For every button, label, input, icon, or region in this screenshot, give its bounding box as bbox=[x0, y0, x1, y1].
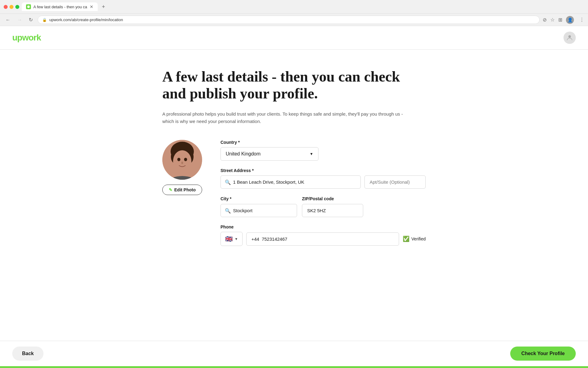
site-header: upwork bbox=[0, 26, 588, 50]
bookmark-icon[interactable]: ☆ bbox=[550, 17, 555, 23]
minimize-dot[interactable] bbox=[9, 5, 13, 9]
city-input-wrap: 🔍 bbox=[221, 204, 297, 217]
country-dropdown[interactable]: United Kingdom ▼ bbox=[221, 147, 318, 161]
lock-icon: 🔒 bbox=[42, 18, 47, 22]
photo-section: ✎ Edit Photo bbox=[162, 140, 202, 195]
edit-photo-button[interactable]: ✎ Edit Photo bbox=[162, 185, 202, 195]
uk-flag-icon: 🇬🇧 bbox=[225, 235, 233, 243]
svg-point-7 bbox=[177, 158, 180, 161]
footer-nav: Back Check Your Profile bbox=[0, 341, 588, 366]
svg-point-8 bbox=[184, 158, 187, 161]
profile-photo bbox=[162, 140, 202, 180]
main-content: A few last details - then you can checka… bbox=[156, 50, 432, 283]
city-zip-labels: City * ZIP/Postal code bbox=[221, 196, 426, 201]
tab-title: A few last details - then you ca bbox=[33, 5, 87, 9]
city-required: * bbox=[230, 196, 231, 201]
incognito-avatar: 👤 bbox=[566, 16, 574, 24]
page-title: A few last details - then you can checka… bbox=[162, 68, 426, 102]
progress-bar bbox=[0, 366, 588, 368]
city-zip-row: 🔍 bbox=[221, 204, 426, 217]
phone-row: 🇬🇧 ▼ ✅ Verified bbox=[221, 232, 426, 246]
country-required: * bbox=[238, 140, 240, 145]
phone-label: Phone bbox=[221, 224, 426, 229]
back-button[interactable]: Back bbox=[12, 347, 43, 361]
edit-icon: ✎ bbox=[169, 187, 172, 192]
tab-close-button[interactable]: ✕ bbox=[90, 4, 93, 9]
browser-chrome: A few last details - then you ca ✕ + ← →… bbox=[0, 0, 588, 26]
cast-icon[interactable]: ⊘ bbox=[543, 17, 547, 23]
country-field-group: Country * United Kingdom ▼ bbox=[221, 140, 426, 161]
svg-point-6 bbox=[173, 150, 191, 172]
street-address-field-group: Street Address * 🔍 bbox=[221, 168, 426, 189]
address-bar[interactable]: 🔒 upwork.com/ab/create-profile/min/locat… bbox=[38, 16, 540, 24]
address-row: 🔍 bbox=[221, 175, 426, 189]
svg-point-9 bbox=[181, 162, 183, 164]
zip-label: ZIP/Postal code bbox=[302, 196, 334, 201]
url-text: upwork.com/ab/create-profile/min/locatio… bbox=[49, 17, 535, 22]
avatar-container bbox=[162, 140, 202, 180]
back-nav-button[interactable]: ← bbox=[4, 16, 12, 24]
phone-chevron-icon: ▼ bbox=[235, 237, 238, 241]
edit-photo-label: Edit Photo bbox=[174, 187, 196, 192]
svg-point-0 bbox=[27, 6, 30, 8]
window-controls bbox=[4, 5, 19, 9]
city-label: City * bbox=[221, 196, 232, 201]
street-input-wrap: 🔍 bbox=[221, 175, 361, 189]
page-subtitle: A professional photo helps you build tru… bbox=[162, 110, 413, 125]
tab-favicon bbox=[26, 4, 31, 9]
street-search-icon: 🔍 bbox=[225, 179, 231, 185]
zip-input[interactable] bbox=[302, 204, 363, 217]
apt-input[interactable] bbox=[364, 175, 426, 189]
toolbar-icons: ⊘ ☆ ⊞ 👤 ⋮ bbox=[543, 16, 584, 24]
city-search-icon: 🔍 bbox=[225, 208, 231, 213]
country-label: Country * bbox=[221, 140, 426, 145]
zip-input-wrap bbox=[302, 204, 363, 217]
phone-country-selector[interactable]: 🇬🇧 ▼ bbox=[221, 232, 243, 246]
form-section: ✎ Edit Photo Country * United Kingdom ▼ bbox=[162, 140, 426, 246]
verified-label: Verified bbox=[411, 236, 426, 241]
country-value: United Kingdom bbox=[226, 151, 261, 157]
user-avatar-header[interactable] bbox=[564, 32, 576, 44]
check-profile-button[interactable]: Check Your Profile bbox=[510, 347, 576, 361]
verified-check-icon: ✅ bbox=[403, 236, 409, 242]
phone-input[interactable] bbox=[246, 232, 399, 246]
forward-nav-button[interactable]: → bbox=[15, 16, 24, 24]
svg-point-1 bbox=[568, 35, 571, 38]
fields-section: Country * United Kingdom ▼ Street Addres… bbox=[221, 140, 426, 246]
new-tab-button[interactable]: + bbox=[100, 4, 107, 10]
phone-field-group: Phone 🇬🇧 ▼ ✅ Verified bbox=[221, 224, 426, 246]
street-label: Street Address * bbox=[221, 168, 426, 173]
menu-apps-icon[interactable]: ⊞ bbox=[558, 17, 562, 23]
browser-tab[interactable]: A few last details - then you ca ✕ bbox=[22, 2, 98, 11]
verified-badge: ✅ Verified bbox=[403, 236, 426, 242]
city-zip-field-group: City * ZIP/Postal code 🔍 bbox=[221, 196, 426, 217]
maximize-dot[interactable] bbox=[15, 5, 19, 9]
browser-menu-icon[interactable]: ⋮ bbox=[579, 17, 584, 23]
close-dot[interactable] bbox=[4, 5, 8, 9]
incognito-badge: 👤 bbox=[566, 16, 576, 24]
street-input[interactable] bbox=[221, 175, 361, 189]
upwork-logo: upwork bbox=[12, 33, 41, 43]
street-required: * bbox=[252, 168, 254, 173]
chevron-down-icon: ▼ bbox=[310, 152, 313, 156]
page-content: upwork A few last details - then you can… bbox=[0, 26, 588, 333]
refresh-button[interactable]: ↻ bbox=[27, 16, 35, 24]
city-input[interactable] bbox=[221, 204, 297, 217]
